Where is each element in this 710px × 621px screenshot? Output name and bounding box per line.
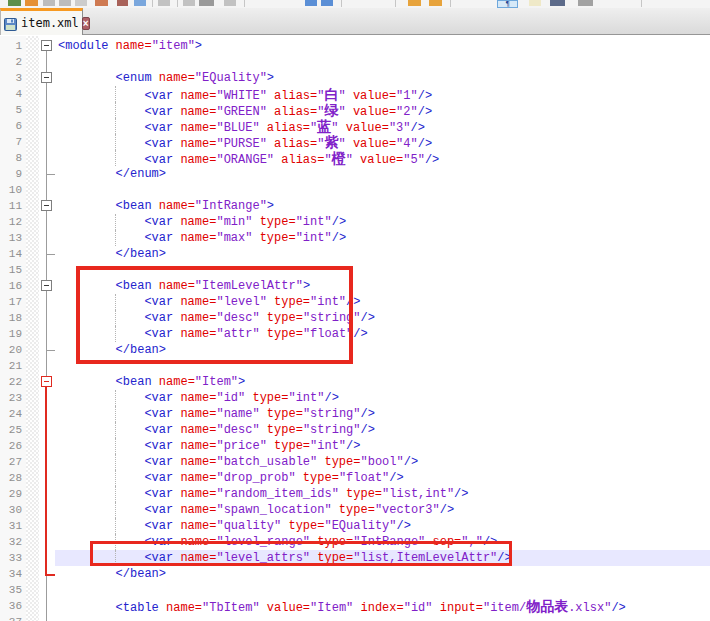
save-all-icon[interactable] [59, 0, 71, 6]
line-number: 29 [0, 486, 22, 502]
save-icon[interactable] [43, 0, 55, 6]
code-line[interactable]: 23<var name="id" type="int"/> [0, 390, 710, 406]
paste-icon[interactable] [134, 0, 146, 6]
fold-toggle[interactable] [41, 40, 52, 51]
code-line[interactable]: 8<var name="ORANGE" alias="橙" value="5"/… [0, 150, 710, 166]
line-number: 22 [0, 374, 22, 390]
code-text: <enum name="EQuality"> [58, 70, 274, 86]
line-number: 17 [0, 294, 22, 310]
code-line[interactable]: 27<var name="batch_usable" type="bool"/> [0, 454, 710, 470]
line-number: 18 [0, 310, 22, 326]
fold-toggle[interactable] [41, 72, 52, 83]
code-line[interactable]: 12<var name="min" type="int"/> [0, 214, 710, 230]
code-line[interactable]: 35 [0, 582, 710, 598]
indent-guide-icon[interactable] [550, 0, 565, 6]
fold-end-mark [46, 350, 55, 351]
line-number: 19 [0, 326, 22, 342]
zoom-out-icon[interactable] [429, 0, 442, 6]
open-file-icon[interactable] [25, 0, 38, 6]
code-line[interactable]: 22<bean name="Item"> [0, 374, 710, 390]
fold-toggle[interactable] [41, 200, 52, 211]
code-line[interactable]: 37 [0, 614, 710, 621]
code-line[interactable]: 6<var name="BLUE" alias="蓝" value="3"/> [0, 118, 710, 134]
tab-bar: item.xml × [0, 8, 710, 35]
code-line[interactable]: 14</bean> [0, 246, 710, 262]
word-wrap-icon[interactable] [529, 0, 541, 6]
code-text: </bean> [58, 566, 166, 582]
line-number: 6 [0, 118, 22, 134]
code-text: <bean name="IntRange"> [58, 198, 274, 214]
fold-end-mark [46, 574, 55, 576]
line-number: 12 [0, 214, 22, 230]
code-line[interactable]: 28<var name="drop_prob" type="float"/> [0, 470, 710, 486]
line-number: 14 [0, 246, 22, 262]
line-number: 27 [0, 454, 22, 470]
code-line[interactable]: 36<table name="TbItem" value="Item" inde… [0, 598, 710, 614]
code-line[interactable]: 25<var name="desc" type="string"/> [0, 422, 710, 438]
code-line[interactable]: 2 [0, 54, 710, 70]
toolbar-separator [641, 0, 642, 7]
macro-icon[interactable] [578, 0, 593, 6]
code-line[interactable]: 26<var name="price" type="int"/> [0, 438, 710, 454]
code-line[interactable]: 13<var name="max" type="int"/> [0, 230, 710, 246]
code-line[interactable]: 7<var name="PURSE" alias="紫" value="4"/> [0, 134, 710, 150]
code-line[interactable]: 4<var name="WHITE" alias="白" value="1"/> [0, 86, 710, 102]
line-number: 11 [0, 198, 22, 214]
fold-toggle[interactable] [41, 280, 52, 291]
line-number: 5 [0, 102, 22, 118]
new-file-icon[interactable] [8, 0, 21, 6]
code-line[interactable]: 5<var name="GREEN" alias="绿" value="2"/> [0, 102, 710, 118]
cut-icon[interactable] [158, 0, 170, 6]
zoom-in-icon[interactable] [408, 0, 421, 6]
line-number: 25 [0, 422, 22, 438]
line-number: 31 [0, 518, 22, 534]
code-line[interactable]: 3<enum name="EQuality"> [0, 70, 710, 86]
line-number: 3 [0, 70, 22, 86]
tab-close-icon[interactable]: × [82, 17, 90, 30]
code-line[interactable]: 31<var name="quality" type="EQuality"/> [0, 518, 710, 534]
toolbar-separator [152, 0, 153, 7]
line-number: 10 [0, 182, 22, 198]
code-line[interactable]: 30<var name="spawn_location" type="vecto… [0, 502, 710, 518]
replace-icon[interactable] [321, 0, 333, 6]
close-icon[interactable] [75, 0, 87, 6]
code-line[interactable]: 9</enum> [0, 166, 710, 182]
line-number: 34 [0, 566, 22, 582]
code-text: <var name="price" type="int"/> [58, 438, 360, 454]
toolbar-separator [244, 0, 245, 7]
line-number: 36 [0, 598, 22, 614]
code-text: <var name="min" type="int"/> [58, 214, 346, 230]
toolbar-separator [395, 0, 396, 7]
code-line[interactable]: 24<var name="name" type="string"/> [0, 406, 710, 422]
undo-icon[interactable] [199, 0, 214, 6]
code-line[interactable]: 11<bean name="IntRange"> [0, 198, 710, 214]
saved-file-icon [4, 17, 17, 30]
highlight-rect-level-attrs-line [90, 541, 512, 566]
code-line[interactable]: 29<var name="random_item_ids" type="list… [0, 486, 710, 502]
tab-item-xml[interactable]: item.xml × [0, 8, 83, 35]
find-icon[interactable] [305, 0, 317, 6]
show-all-chars-toggle[interactable]: ¶ [497, 0, 518, 8]
code-text: <var name="random_item_ids" type="list,i… [58, 486, 469, 502]
close-all-icon[interactable] [95, 0, 108, 6]
code-text: <var name="drop_prob" type="float"/> [58, 470, 404, 486]
code-text: <var name="batch_usable" type="bool"/> [58, 454, 418, 470]
line-number: 13 [0, 230, 22, 246]
redo-icon[interactable] [224, 0, 236, 6]
copy-icon[interactable] [183, 0, 195, 6]
toolbar-separator [177, 0, 178, 7]
code-line[interactable]: 34</bean> [0, 566, 710, 582]
code-line[interactable]: 10 [0, 182, 710, 198]
line-number: 1 [0, 38, 22, 54]
line-number: 35 [0, 582, 22, 598]
line-number: 7 [0, 134, 22, 150]
line-number: 15 [0, 262, 22, 278]
print-icon[interactable] [117, 0, 128, 6]
fold-toggle[interactable] [41, 376, 52, 387]
line-number: 33 [0, 550, 22, 566]
code-editor[interactable]: 1<module name="item">23<enum name="EQual… [0, 36, 710, 621]
code-text: <module name="item"> [58, 38, 202, 54]
code-line[interactable]: 1<module name="item"> [0, 38, 710, 54]
code-text: <var name="spawn_location" type="vector3… [58, 502, 454, 518]
notepadpp-window: ¶ item.xml × 1<module name="item">23<enu… [0, 0, 710, 621]
